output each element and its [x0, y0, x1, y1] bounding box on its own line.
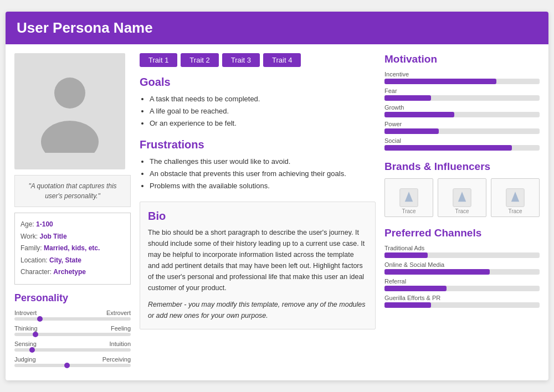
motivation-title: Motivation [384, 53, 540, 65]
slider-row-3: Judging Perceiving [14, 356, 131, 367]
slider-right-label: Perceiving [102, 356, 131, 363]
brand-card-0: Trace [384, 178, 433, 217]
quote-text: "A quotation that captures this user's p… [28, 182, 116, 200]
brands-section: Brands & Influencers Trace Trace Trace [384, 161, 540, 217]
motivation-bars: Incentive Fear Growth Power Social [384, 71, 540, 151]
bio-box: Bio The bio should be a short paragraph … [140, 202, 376, 329]
slider-thumb [64, 363, 70, 368]
character-label: Character: [20, 268, 53, 276]
frustrations-list: The challenges this user would like to a… [140, 156, 376, 192]
persona-card: User Persona Name "A quotation that capt… [6, 12, 548, 380]
bar-track [384, 269, 540, 275]
bar-track [384, 128, 540, 134]
svg-point-0 [54, 78, 85, 109]
info-box: Age: 1-100 Work: Job Title Family: Marri… [14, 213, 131, 285]
motivation-item-0: Incentive [384, 71, 540, 84]
bar-fill [384, 252, 428, 258]
family-value: Married, kids, etc. [44, 244, 100, 252]
slider-track [14, 364, 131, 367]
avatar [14, 53, 125, 169]
brand-label: Trace [508, 208, 522, 214]
list-item: A task that needs to be completed. [150, 93, 376, 105]
list-item: A life goal to be reached. [150, 105, 376, 117]
work-label: Work: [20, 233, 39, 240]
slider-labels: Thinking Feeling [14, 325, 131, 332]
bio-title: Bio [148, 210, 367, 223]
channel-label: Guerilla Efforts & PR [384, 295, 540, 301]
slider-right-label: Feeling [111, 325, 131, 332]
slider-labels: Introvert Extrovert [14, 310, 131, 316]
brand-icon [505, 188, 525, 208]
bar-track [384, 79, 540, 84]
slider-row-1: Thinking Feeling [14, 325, 131, 336]
brand-card-1: Trace [438, 178, 486, 217]
brand-icon [452, 188, 472, 208]
trait-btn-1[interactable]: Trait 1 [140, 53, 177, 67]
trait-btn-4[interactable]: Trait 4 [263, 53, 301, 67]
bar-fill [384, 128, 439, 134]
slider-labels: Sensing Intuition [14, 341, 131, 347]
channel-item-2: Referral [384, 278, 540, 291]
motivation-item-1: Fear [384, 87, 540, 101]
svg-point-1 [41, 121, 99, 153]
traits-row: Trait 1Trait 2Trait 3Trait 4 [140, 53, 376, 67]
frustrations-title: Frustrations [140, 138, 376, 151]
bar-fill [384, 95, 431, 101]
bar-track [384, 302, 540, 308]
list-item: Problems with the available solutions. [150, 180, 376, 192]
body: "A quotation that captures this user's p… [6, 44, 548, 380]
persona-title: User Persona Name [17, 19, 537, 37]
brand-icon [399, 188, 419, 208]
channel-item-0: Traditional Ads [384, 245, 540, 258]
sliders-container: Introvert Extrovert Thinking Feeling Sen… [14, 310, 131, 367]
channel-label: Traditional Ads [384, 245, 540, 251]
mid-column: Trait 1Trait 2Trait 3Trait 4 Goals A tas… [140, 53, 376, 372]
slider-row-2: Sensing Intuition [14, 341, 131, 352]
right-column: Motivation Incentive Fear Growth Power S… [384, 53, 540, 372]
channels-title: Preferred Channels [384, 227, 540, 239]
location-value: City, State [49, 256, 81, 264]
family-label: Family: [20, 244, 44, 252]
bio-note: Remember - you may modify this template,… [148, 299, 367, 321]
slider-labels: Judging Perceiving [14, 356, 131, 363]
bar-label: Power [384, 121, 540, 127]
slider-row-0: Introvert Extrovert [14, 310, 131, 321]
bar-fill [384, 286, 447, 291]
list-item: An obstacle that prevents this user from… [150, 168, 376, 180]
character-value: Archetype [53, 268, 86, 276]
slider-thumb [29, 347, 35, 353]
slider-thumb [33, 332, 38, 337]
bar-track [384, 252, 540, 258]
brands-title: Brands & Influencers [384, 161, 540, 173]
slider-right-label: Intuition [109, 341, 131, 347]
motivation-section: Motivation Incentive Fear Growth Power S… [384, 53, 540, 151]
motivation-item-4: Social [384, 137, 540, 151]
age-value: 1-100 [36, 220, 53, 228]
channel-label: Online & Social Media [384, 261, 540, 268]
bar-fill [384, 112, 454, 117]
bar-label: Social [384, 137, 540, 144]
trait-btn-3[interactable]: Trait 3 [222, 53, 260, 67]
bar-track [384, 145, 540, 151]
bar-track [384, 112, 540, 117]
bar-label: Growth [384, 104, 540, 111]
list-item: The challenges this user would like to a… [150, 156, 376, 168]
trait-btn-2[interactable]: Trait 2 [181, 53, 218, 67]
slider-left-label: Sensing [14, 341, 37, 347]
motivation-item-3: Power [384, 121, 540, 134]
bar-track [384, 286, 540, 291]
bar-label: Fear [384, 87, 540, 94]
bar-fill [384, 145, 512, 151]
slider-track [14, 333, 131, 336]
slider-track [14, 348, 131, 352]
channels-section: Preferred Channels Traditional Ads Onlin… [384, 227, 540, 308]
quote-box: "A quotation that captures this user's p… [14, 175, 131, 207]
age-label: Age: [20, 220, 36, 228]
motivation-item-2: Growth [384, 104, 540, 117]
bar-track [384, 95, 540, 101]
bar-fill [384, 79, 496, 84]
slider-thumb [37, 316, 43, 322]
slider-left-label: Thinking [14, 325, 38, 332]
bar-fill [384, 269, 490, 275]
channel-item-3: Guerilla Efforts & PR [384, 295, 540, 308]
